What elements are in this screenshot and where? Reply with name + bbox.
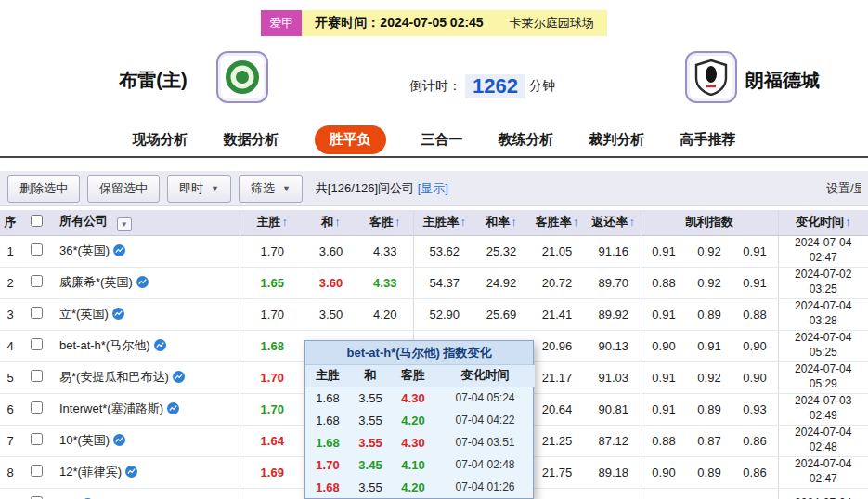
row-checkbox[interactable]	[31, 370, 43, 382]
company-filter-icon[interactable]: ▼	[117, 217, 132, 231]
company-cell[interactable]: 威廉希*(英国)	[52, 267, 240, 298]
row-checkbox[interactable]	[31, 465, 43, 477]
row-checkbox[interactable]	[31, 275, 43, 287]
company-cell[interactable]: 18*	[52, 488, 240, 499]
col-home-odds[interactable]: 主胜↑	[240, 210, 304, 235]
company-cell[interactable]: 10*(英国)	[52, 425, 240, 456]
company-trend-icon[interactable]	[173, 371, 185, 383]
company-cell[interactable]: Interwet*(塞浦路斯)	[52, 393, 240, 425]
company-trend-icon[interactable]	[167, 402, 179, 414]
sort-asc-icon[interactable]: ↑	[629, 215, 636, 229]
change-time-cell: 2024-07-02 03:25	[778, 267, 868, 298]
tab-win-draw-lose[interactable]: 胜平负	[315, 125, 386, 154]
popup-odds-row: 1.68 3.55 4.20 07-04 04:22	[305, 409, 535, 431]
sort-asc-icon[interactable]: ↑	[845, 215, 851, 229]
select-all-checkbox[interactable]	[31, 215, 43, 227]
row-checkbox[interactable]	[31, 307, 43, 319]
keep-selected-button[interactable]: 保留选中	[87, 175, 160, 203]
tab-data-analysis[interactable]: 数据分析	[224, 131, 279, 149]
col-return-rate[interactable]: 返还率↑	[587, 210, 641, 235]
table-row[interactable]: 3 立*(英国) 1.70 3.50 4.20 52.90 25.69 21.4…	[0, 298, 868, 330]
tab-referee-analysis[interactable]: 裁判分析	[589, 131, 645, 149]
settings-link[interactable]: 设置/显示	[826, 180, 861, 197]
company-cell[interactable]: bet-at-h*(马尔他)	[52, 330, 240, 361]
sort-asc-icon[interactable]: ↑	[282, 215, 289, 229]
change-clock: 05:29	[779, 377, 868, 392]
home-odds: 1.70	[240, 393, 304, 425]
league-badge[interactable]: 爱甲	[261, 10, 302, 36]
countdown-value: 1262	[465, 74, 525, 98]
company-name: Interwet*(塞浦路斯)	[59, 401, 163, 415]
company-count: 共[126/126]间公司 [显示]	[316, 180, 448, 197]
popup-draw-odds: 3.55	[350, 431, 391, 453]
change-date: 2024-07-04	[779, 236, 868, 251]
kelly-home: 0.91	[641, 402, 687, 416]
kickoff-time: 开赛时间：2024-07-05 02:45	[315, 15, 483, 32]
company-cell[interactable]: 立*(英国)	[52, 298, 240, 330]
col-away-rate[interactable]: 客胜率↑	[527, 210, 587, 235]
sort-asc-icon[interactable]: ↑	[334, 215, 341, 229]
row-checkbox[interactable]	[31, 243, 43, 256]
col-draw-odds[interactable]: 和↑	[304, 210, 357, 235]
company-cell[interactable]: 易*(安提瓜和巴布达)	[52, 361, 240, 393]
company-name: bet-at-h*(马尔他)	[59, 338, 150, 352]
company-name: 威廉希*(英国)	[59, 275, 133, 289]
table-row[interactable]: 2 威廉希*(英国) 1.65 3.60 4.33 54.37 24.92 20…	[0, 267, 868, 298]
col-company[interactable]: 所有公司 ▼	[52, 210, 240, 235]
kelly-cell: 0.910.920.91	[641, 235, 778, 267]
col-home-rate[interactable]: 主胜率↑	[413, 210, 475, 235]
change-clock: 02:47	[779, 251, 868, 266]
sort-asc-icon[interactable]: ↑	[460, 215, 467, 229]
sort-asc-icon[interactable]: ↑	[395, 215, 401, 229]
col-change-time[interactable]: 变化时间↑	[778, 210, 868, 235]
kickoff-strip: 开赛时间：2024-07-05 02:45 卡莱尔庭园球场	[302, 10, 606, 36]
tab-three-in-one[interactable]: 三合一	[421, 131, 463, 149]
tab-live-analysis[interactable]: 现场分析	[133, 131, 188, 149]
row-select	[20, 488, 52, 499]
tab-expert-picks[interactable]: 高手推荐	[680, 131, 736, 149]
company-trend-icon[interactable]	[113, 244, 125, 256]
change-clock: 05:25	[779, 346, 868, 361]
away-odds: 4.33	[357, 235, 413, 267]
instant-dropdown[interactable]: 即时 ▼	[167, 175, 231, 203]
draw-odds: 3.60	[304, 235, 357, 267]
col-away-odds[interactable]: 客胜↑	[357, 210, 413, 235]
popup-odds-row: 1.68 3.55 4.20 07-04 01:26	[305, 476, 535, 498]
popup-home-odds: 1.68	[305, 431, 350, 453]
popup-odds-row: 1.68 3.55 4.30 07-04 05:24	[305, 387, 535, 409]
kelly-draw: 0.92	[687, 276, 732, 290]
row-checkbox[interactable]	[31, 338, 43, 350]
table-row[interactable]: 1 36*(英国) 1.70 3.60 4.33 53.62 25.32 21.…	[0, 235, 868, 267]
change-time-cell: 2024-07-04 02:48	[778, 425, 868, 456]
countdown: 倒计时： 1262 分钟	[409, 74, 555, 98]
row-seq: 3	[0, 298, 20, 330]
kelly-cell: 0.910.890.93	[641, 393, 778, 425]
away-crest-icon	[694, 59, 728, 96]
filter-dropdown[interactable]: 筛选 ▼	[239, 175, 303, 203]
delete-selected-button[interactable]: 删除选中	[7, 175, 80, 203]
company-trend-icon[interactable]	[154, 339, 166, 351]
row-seq: 7	[0, 425, 20, 456]
company-trend-icon[interactable]	[113, 434, 125, 446]
show-link[interactable]: [显示]	[418, 181, 448, 195]
row-select	[20, 330, 52, 361]
change-clock: 02:47	[779, 472, 868, 487]
company-cell[interactable]: 12*(菲律宾)	[52, 456, 240, 488]
company-cell[interactable]: 36*(英国)	[52, 235, 240, 267]
kelly-home: 0.91	[641, 308, 687, 322]
row-checkbox[interactable]	[31, 433, 43, 445]
kelly-cell: 0.900.890.86	[641, 456, 778, 488]
kelly-home: 0.91	[641, 371, 687, 385]
company-trend-icon[interactable]	[125, 466, 137, 478]
home-rate: 54.37	[413, 267, 475, 298]
company-trend-icon[interactable]	[112, 308, 124, 320]
company-trend-icon[interactable]	[136, 276, 149, 288]
col-draw-rate[interactable]: 和率↑	[475, 210, 527, 235]
tab-coach-analysis[interactable]: 教练分析	[499, 131, 554, 149]
row-checkbox[interactable]	[31, 401, 43, 414]
sort-asc-icon[interactable]: ↑	[573, 215, 579, 229]
sort-asc-icon[interactable]: ↑	[511, 215, 517, 229]
col-select-all	[20, 210, 52, 235]
col-kelly: 凯利指数	[641, 210, 778, 235]
away-rate: 21.25	[527, 425, 587, 456]
